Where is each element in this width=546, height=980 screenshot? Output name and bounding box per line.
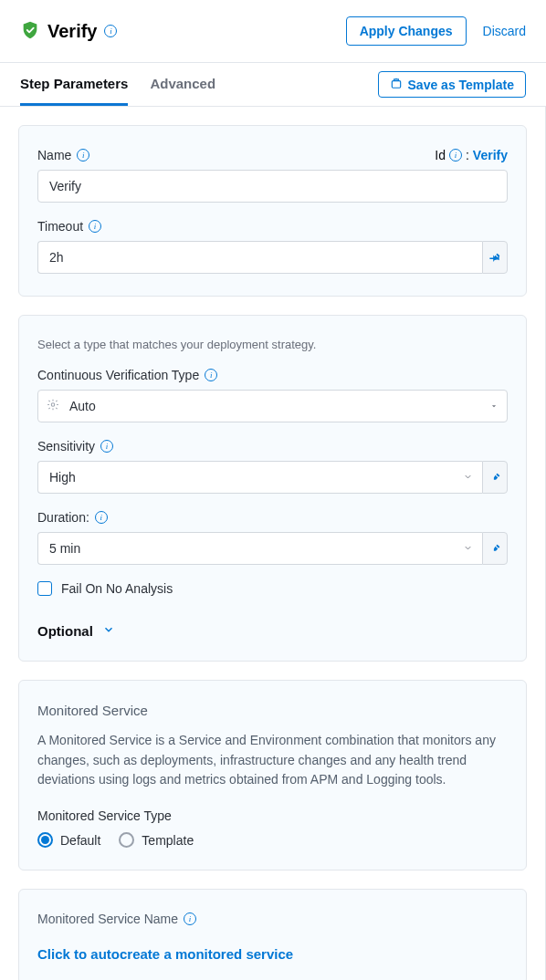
tabs-row: Step Parameters Advanced Save as Templat…: [0, 63, 546, 107]
cvtype-select[interactable]: [37, 390, 508, 422]
chevron-down-icon: [102, 623, 115, 639]
monitored-service-desc: A Monitored Service is a Service and Env…: [37, 731, 508, 790]
timeout-label: Timeout i: [37, 219, 508, 234]
duration-pin-button[interactable]: [482, 532, 508, 565]
fail-on-no-analysis-checkbox[interactable]: [37, 581, 52, 596]
optional-toggle[interactable]: Optional: [37, 623, 508, 639]
name-label: Name i: [37, 148, 89, 162]
card-verification: Select a type that matches your deployme…: [18, 315, 527, 662]
header-left: Verify i: [20, 20, 117, 43]
timeout-info-icon[interactable]: i: [89, 220, 101, 233]
timeout-input[interactable]: [37, 241, 482, 274]
tab-step-parameters[interactable]: Step Parameters: [20, 63, 128, 106]
optional-label: Optional: [37, 623, 93, 639]
verification-hint: Select a type that matches your deployme…: [37, 338, 508, 351]
card-monitored-service-name: Monitored Service Name i Click to autocr…: [18, 889, 527, 980]
name-label-text: Name: [37, 148, 71, 162]
card-basic: Name i Id i : Verify Timeout i: [18, 125, 527, 297]
fail-on-no-analysis-label: Fail On No Analysis: [61, 581, 173, 596]
timeout-pin-button[interactable]: [482, 241, 508, 274]
cvtype-info-icon[interactable]: i: [205, 369, 217, 381]
fail-on-no-analysis-row: Fail On No Analysis: [37, 581, 508, 596]
autocreate-monitored-service-link[interactable]: Click to autocreate a monitored service: [37, 946, 293, 962]
duration-label: Duration: i: [37, 510, 508, 525]
verify-shield-icon: [20, 20, 40, 43]
template-icon: [390, 77, 403, 92]
id-value-link[interactable]: Verify: [473, 148, 508, 162]
radio-default-label: Default: [60, 833, 100, 848]
radio-template[interactable]: Template: [119, 832, 194, 848]
page-header: Verify i Apply Changes Discard: [0, 0, 546, 63]
monitored-service-type-radios: Default Template: [37, 832, 508, 848]
cvtype-value[interactable]: [37, 390, 508, 422]
title-info-icon[interactable]: i: [104, 25, 117, 37]
cvtype-label-text: Continuous Verification Type: [37, 368, 199, 382]
timeout-label-text: Timeout: [37, 219, 83, 234]
sensitivity-info-icon[interactable]: i: [100, 440, 113, 453]
id-label-text: Id: [435, 148, 446, 162]
discard-link[interactable]: Discard: [483, 24, 526, 38]
save-as-template-label: Save as Template: [408, 78, 514, 92]
monitored-service-type-label: Monitored Service Type: [37, 808, 508, 823]
gear-icon: [47, 399, 59, 414]
monitored-service-name-text: Monitored Service Name: [37, 912, 178, 926]
tab-advanced[interactable]: Advanced: [150, 63, 215, 106]
monitored-service-name-info-icon[interactable]: i: [184, 912, 196, 925]
id-separator: :: [466, 148, 469, 162]
sensitivity-pin-button[interactable]: [482, 461, 508, 494]
sensitivity-label: Sensitivity i: [37, 439, 508, 454]
svg-point-1: [51, 403, 55, 407]
sensitivity-label-text: Sensitivity: [37, 439, 95, 454]
page-title: Verify: [47, 21, 97, 42]
cvtype-label: Continuous Verification Type i: [37, 368, 508, 382]
monitored-service-heading: Monitored Service: [37, 703, 508, 718]
id-block: Id i : Verify: [435, 148, 508, 162]
svg-rect-0: [392, 81, 400, 89]
duration-label-text: Duration:: [37, 510, 89, 525]
name-input[interactable]: [37, 170, 508, 203]
sensitivity-select[interactable]: [37, 461, 482, 494]
apply-changes-button[interactable]: Apply Changes: [346, 16, 467, 46]
tabs: Step Parameters Advanced: [20, 63, 215, 106]
monitored-service-name-label: Monitored Service Name i: [37, 912, 508, 926]
card-monitored-service: Monitored Service A Monitored Service is…: [18, 680, 527, 871]
id-info-icon[interactable]: i: [449, 149, 462, 162]
header-actions: Apply Changes Discard: [346, 16, 526, 46]
name-info-icon[interactable]: i: [77, 149, 89, 162]
duration-select[interactable]: [37, 532, 482, 565]
radio-default[interactable]: Default: [37, 832, 100, 848]
radio-template-label: Template: [142, 833, 194, 848]
content-area: Name i Id i : Verify Timeout i: [0, 107, 546, 980]
save-as-template-button[interactable]: Save as Template: [378, 71, 526, 98]
duration-info-icon[interactable]: i: [95, 511, 108, 524]
